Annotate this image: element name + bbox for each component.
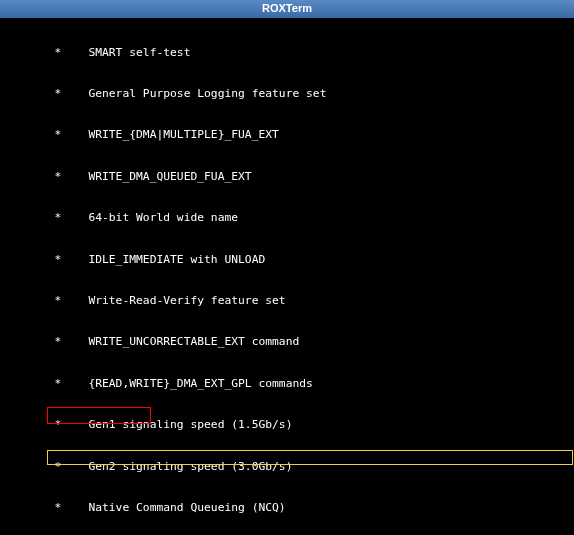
feature-line: * Native Command Queueing (NCQ) — [0, 501, 574, 515]
feature-line: * 64-bit World wide name — [0, 211, 574, 225]
feature-line: * WRITE_UNCORRECTABLE_EXT command — [0, 335, 574, 349]
titlebar[interactable]: ROXTerm — [0, 0, 574, 18]
feature-line: * Write-Read-Verify feature set — [0, 294, 574, 308]
feature-line: * IDLE_IMMEDIATE with UNLOAD — [0, 253, 574, 267]
feature-line: * {READ,WRITE}_DMA_EXT_GPL commands — [0, 377, 574, 391]
feature-line: * WRITE_{DMA|MULTIPLE}_FUA_EXT — [0, 128, 574, 142]
feature-line: * General Purpose Logging feature set — [0, 87, 574, 101]
feature-line: * Gen2 signaling speed (3.0Gb/s) — [0, 460, 574, 474]
feature-line: * Gen1 signaling speed (1.5Gb/s) — [0, 418, 574, 432]
window-title: ROXTerm — [262, 2, 312, 16]
feature-line: * WRITE_DMA_QUEUED_FUA_EXT — [0, 170, 574, 184]
feature-line: * SMART self-test — [0, 46, 574, 60]
terminal-body[interactable]: * SMART self-test * General Purpose Logg… — [0, 18, 574, 535]
terminal-window: ROXTerm * SMART self-test * General Purp… — [0, 0, 574, 535]
